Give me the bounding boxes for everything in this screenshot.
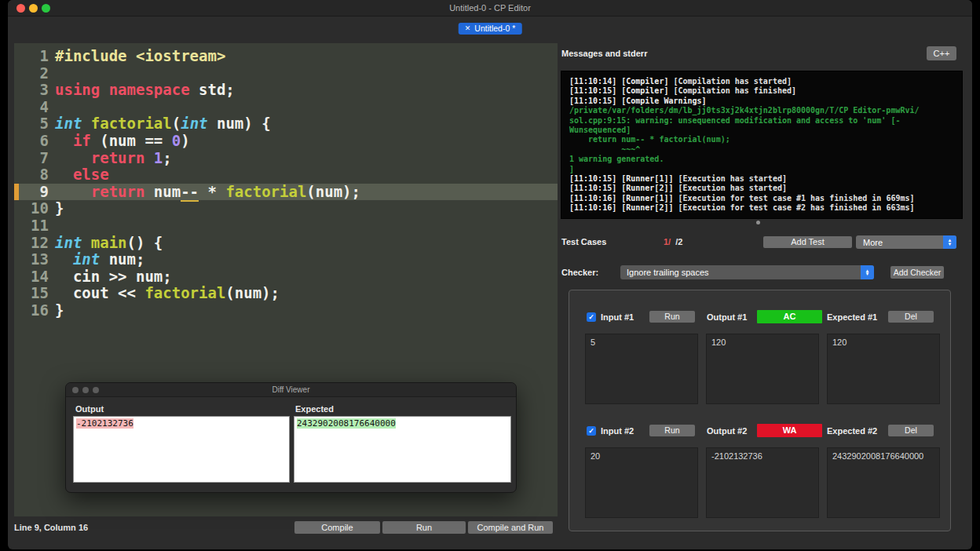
- code-line[interactable]: 9 return num-- * factorial(num);: [14, 184, 558, 201]
- code-line[interactable]: 11: [14, 217, 558, 235]
- console-line: /private/var/folders/dm/lb_jj0ts3xj2k4xt…: [569, 106, 954, 115]
- expected-1-textarea[interactable]: 120: [827, 334, 940, 404]
- code-line[interactable]: 2: [14, 65, 558, 82]
- code-line[interactable]: 10}: [14, 200, 558, 217]
- code-line[interactable]: 4: [14, 99, 558, 116]
- console-line: [11:10:15] [Compiler] [Compilation has f…: [569, 86, 954, 96]
- line-number: 6: [14, 133, 49, 150]
- diff-output-label: Output: [75, 404, 104, 414]
- console-line: ~~~^: [569, 145, 954, 155]
- test-cases-panel: ✓ Input #1 Run Output #1 AC Expected #1 …: [569, 290, 951, 531]
- console-line: [11:10:15] [Compile Warnings]: [569, 97, 954, 106]
- test-cases-label: Test Cases: [561, 237, 606, 246]
- zoom-window-icon[interactable]: [42, 4, 50, 13]
- expected-2-textarea[interactable]: 2432902008176640000: [827, 447, 940, 518]
- checker-label: Checker:: [561, 268, 598, 277]
- diff-removed-text: -2102132736: [76, 418, 133, 429]
- close-window-icon[interactable]: [16, 4, 25, 13]
- console-line: 1 warning generated.: [569, 155, 954, 164]
- verdict-1-badge: AC: [757, 310, 822, 323]
- line-number: 4: [14, 99, 49, 116]
- diff-viewer-titlebar[interactable]: Diff Viewer: [66, 383, 516, 397]
- testcase-1-checkbox[interactable]: ✓: [587, 312, 596, 322]
- line-number: 13: [14, 251, 49, 268]
- diff-expected-label: Expected: [295, 404, 334, 414]
- tab-untitled-0[interactable]: ✕ Untitled-0 *: [459, 23, 522, 35]
- more-dropdown-label: More: [863, 238, 883, 247]
- scroll-indicator-dot: [756, 221, 760, 224]
- testcase-summary: 1//2: [664, 237, 682, 246]
- add-test-button[interactable]: Add Test: [763, 236, 852, 248]
- code-line[interactable]: 13 int num;: [14, 251, 558, 268]
- console-line: [11:10:15] [Runner[1]] [Execution has st…: [569, 174, 954, 184]
- title-bar[interactable]: Untitled-0 - CP Editor: [8, 0, 972, 16]
- messages-title: Messages and stderr: [561, 49, 647, 58]
- input-1-label: Input #1: [601, 312, 634, 322]
- more-dropdown[interactable]: More ▲▼: [856, 235, 956, 249]
- line-number: 10: [14, 200, 49, 217]
- language-button[interactable]: C++: [927, 46, 956, 60]
- input-2-textarea[interactable]: 20: [585, 447, 698, 518]
- line-number: 1: [14, 48, 49, 65]
- diff-zoom-icon[interactable]: [93, 387, 99, 393]
- code-line[interactable]: 3using namespace std;: [14, 82, 558, 99]
- output-1-textarea[interactable]: 120: [706, 334, 819, 404]
- diff-viewer-window[interactable]: Diff Viewer Output Expected -2102132736 …: [65, 382, 517, 493]
- line-number: 14: [14, 268, 49, 286]
- cp-editor-window: Untitled-0 - CP Editor ✕ Untitled-0 * 1#…: [8, 0, 972, 549]
- line-number: 7: [14, 150, 49, 167]
- line-number: 2: [14, 65, 49, 82]
- verdict-2-badge: WA: [757, 424, 822, 437]
- line-number: 8: [14, 166, 49, 184]
- output-2-label: Output #2: [707, 426, 747, 436]
- input-2-label: Input #2: [601, 426, 634, 436]
- console-line: [11:10:16] [Runner[2]] [Execution for te…: [569, 203, 954, 213]
- compile-and-run-button[interactable]: Compile and Run: [468, 521, 553, 534]
- code-line[interactable]: 14 cin >> num;: [14, 268, 558, 286]
- code-line[interactable]: 15 cout << factorial(num);: [14, 285, 558, 302]
- dropdown-arrows-icon: ▲▼: [861, 265, 874, 279]
- run-testcase-1-button[interactable]: Run: [649, 311, 695, 323]
- dropdown-arrows-icon: ▲▼: [943, 235, 956, 249]
- code-line[interactable]: 12int main() {: [14, 235, 558, 252]
- checker-selected-option: Ignore trailing spaces: [627, 268, 709, 277]
- code-line[interactable]: 16}: [14, 302, 558, 319]
- run-testcase-2-button[interactable]: Run: [649, 425, 695, 436]
- diff-close-icon[interactable]: [72, 387, 79, 393]
- code-line[interactable]: 8 else: [14, 166, 558, 184]
- code-line[interactable]: 6 if (num == 0): [14, 133, 558, 150]
- diff-expected-pane: 2432902008176640000: [294, 416, 511, 483]
- console-line: [11:10:16] [Runner[1]] [Execution for te…: [569, 194, 954, 203]
- input-1-textarea[interactable]: 5: [585, 334, 698, 404]
- diff-minimize-icon[interactable]: [82, 387, 89, 393]
- diff-added-text: 2432902008176640000: [297, 418, 396, 429]
- line-number: 15: [14, 285, 49, 302]
- code-line[interactable]: 1#include <iostream>: [14, 48, 558, 65]
- minimize-window-icon[interactable]: [29, 4, 38, 13]
- cursor-position-status: Line 9, Column 16: [14, 523, 88, 532]
- run-button[interactable]: Run: [382, 521, 466, 534]
- console-line: return num-- * factorial(num);: [569, 135, 954, 144]
- testcase-2-checkbox[interactable]: ✓: [587, 426, 596, 436]
- console-output[interactable]: [11:10:14] [Compiler] [Compilation has s…: [561, 71, 963, 219]
- line-number: 12: [14, 235, 49, 252]
- expected-2-label: Expected #2: [827, 426, 877, 436]
- line-number: 16: [14, 302, 49, 319]
- add-checker-button[interactable]: Add Checker: [890, 266, 944, 279]
- line-number: 5: [14, 115, 49, 133]
- delete-testcase-2-button[interactable]: Del: [888, 425, 934, 436]
- code-line[interactable]: 7 return 1;: [14, 150, 558, 167]
- console-line: Wunsequenced]: [569, 126, 954, 135]
- output-2-textarea[interactable]: -2102132736: [706, 447, 819, 518]
- expected-1-label: Expected #1: [827, 312, 877, 322]
- code-line[interactable]: 5int factorial(int num) {: [14, 115, 558, 133]
- console-line: [11:10:14] [Compiler] [Compilation has s…: [569, 77, 954, 86]
- compile-button[interactable]: Compile: [294, 521, 380, 534]
- window-controls: [16, 4, 50, 13]
- line-number: 9: [14, 184, 49, 201]
- console-line: [11:10:15] [Runner[2]] [Execution has st…: [569, 184, 954, 193]
- checker-select[interactable]: Ignore trailing spaces ▲▼: [620, 265, 874, 279]
- delete-testcase-1-button[interactable]: Del: [888, 311, 934, 323]
- tab-label: Untitled-0 *: [474, 23, 515, 35]
- tab-close-icon[interactable]: ✕: [465, 23, 471, 35]
